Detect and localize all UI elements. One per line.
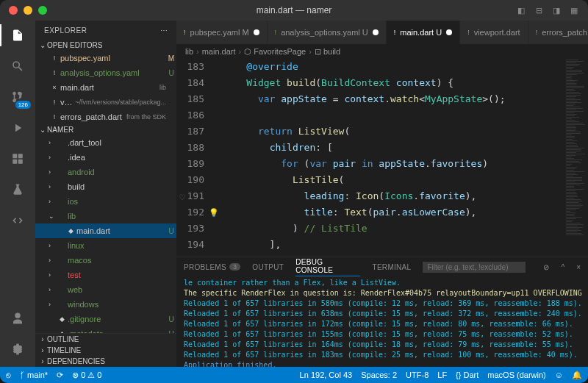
open-editor-item[interactable]: !analysis_options.yamlU [35,65,176,80]
notifications-icon[interactable]: 🔔 [572,371,582,380]
filter-input[interactable] [423,262,526,273]
code-editor[interactable]: 183184185186187188189190♡191192💡19319419… [176,59,588,257]
problems-status[interactable]: ⊗ 0 ⚠ 0 [72,371,101,380]
close-window-button[interactable] [9,6,18,15]
code-line[interactable] [215,107,564,124]
editor-tab[interactable]: !analysis_options.yaml U [268,21,387,44]
code-line[interactable]: ListTile( [215,172,564,188]
extensions-icon[interactable] [9,150,26,168]
lightbulb-icon[interactable]: 💡 [209,205,219,221]
file-icon: ! [536,29,538,36]
sidebar: EXPLORER ⋯ ⌄OPEN EDITORS !pubspec.yamlM!… [35,21,176,367]
git-branch[interactable]: ᚶ main* [20,371,48,379]
sidebar-more-icon[interactable]: ⋯ [160,26,168,35]
code-line[interactable]: children: [ [215,140,564,156]
code-line[interactable]: return ListView( [215,124,564,140]
toggle-panel-bottom-icon[interactable]: ⊟ [534,5,544,15]
file-icon: ! [49,99,60,106]
explorer-icon[interactable] [9,26,26,44]
open-editor-item[interactable]: !viewport.dart~/fvm/versions/stable/pack… [35,95,176,110]
tab-label: pubspec.yaml M [190,28,249,37]
dependencies-section[interactable]: ›DEPENDENCIES [35,356,176,367]
folder-item[interactable]: ›ios [35,194,176,209]
code-line[interactable]: Widget build(BuildContext context) { [215,75,564,91]
panel-filter [423,262,526,273]
language-mode[interactable]: {} Dart [456,371,478,380]
breadcrumb[interactable]: lib›main.dart›⬡ FavoritesPage›⊡ build [176,44,588,59]
editor-tab[interactable]: !main.dart U [387,21,460,44]
code-line[interactable]: ); // ListView [215,253,564,257]
code-line[interactable]: ) // ListTile [215,221,564,237]
panel-maximize-icon[interactable]: ^ [561,263,564,271]
folder-item[interactable]: ›linux [35,238,176,253]
code-line[interactable]: @override [215,59,564,75]
search-icon[interactable] [9,57,26,75]
folder-item[interactable]: ›macos [35,253,176,268]
output-tab[interactable]: OUTPUT [252,263,284,271]
code-line[interactable]: for (var pair in appState.favorites) [215,156,564,172]
folder-item[interactable]: ›.idea [35,150,176,165]
clear-console-icon[interactable]: ⊘ [543,263,549,271]
run-debug-icon[interactable] [9,119,26,137]
editor-tab[interactable]: !errors_patch.dart [528,21,588,44]
open-editor-item[interactable]: !errors_patch.dartfrom the SDK [35,110,176,124]
indentation[interactable]: Spaces: 2 [361,371,397,380]
folder-item[interactable]: ›build [35,179,176,194]
minimap[interactable] [564,59,588,257]
file-icon: ! [49,113,60,121]
feedback-icon[interactable]: ☺ [555,371,563,380]
code-content[interactable]: @override Widget build(BuildContext cont… [215,59,564,257]
editor-tab[interactable]: !pubspec.yaml M [176,21,268,44]
file-label: linux [68,241,166,250]
toggle-panel-left-icon[interactable]: ◧ [516,5,526,15]
remote-indicator[interactable]: ⎋ [6,371,11,379]
code-line[interactable]: leading: Icon(Icons.favorite), [215,188,564,204]
folder-item[interactable]: ›.dart_tool [35,135,176,150]
sidebar-title: EXPLORER [44,26,87,35]
open-editors-section[interactable]: ⌄OPEN EDITORS [35,40,176,51]
debug-console-output[interactable]: le container rather than a Flex, like a … [176,276,588,367]
panel-close-icon[interactable]: × [576,263,581,271]
customize-layout-icon[interactable]: ▦ [569,5,579,15]
accounts-icon[interactable] [9,309,26,327]
code-line[interactable]: ], [215,237,564,253]
eol[interactable]: LF [437,371,447,380]
file-item[interactable]: ◆.metadataU [35,326,176,333]
project-section[interactable]: ⌄NAMER [35,124,176,135]
timeline-section[interactable]: ›TIMELINE [35,345,176,356]
testing-icon[interactable] [9,181,26,198]
settings-icon[interactable] [9,340,26,358]
folder-item[interactable]: ›test [35,268,176,282]
file-icon: ! [467,29,470,36]
file-item[interactable]: ◆.gitignoreU [35,312,176,326]
toggle-panel-right-icon[interactable]: ◨ [551,5,562,15]
console-line: Reloaded 1 of 657 libraries in 155ms (co… [184,329,581,340]
code-line[interactable]: var appState = context.watch<MyAppState>… [215,91,564,107]
outline-section[interactable]: ›OUTLINE [35,334,176,345]
open-editor-item[interactable]: !pubspec.yamlM [35,51,176,65]
breadcrumb-item[interactable]: lib [185,47,193,56]
editor-tab[interactable]: !viewport.dart [460,21,528,44]
breadcrumb-item[interactable]: main.dart [202,47,236,56]
code-line[interactable]: title: Text(pair.asLowerCase), [215,204,564,221]
problems-tab[interactable]: PROBLEMS3 [184,263,240,271]
debug-console-tab[interactable]: DEBUG CONSOLE [295,258,360,276]
open-editor-item[interactable]: ×main.dartlib [35,80,176,95]
maximize-window-button[interactable] [38,6,47,15]
breadcrumb-item[interactable]: ⊡ build [315,47,340,57]
folder-item[interactable]: ⌄lib [35,209,176,223]
terminal-tab[interactable]: TERMINAL [372,263,411,271]
remote-icon[interactable] [9,212,26,229]
folder-item[interactable]: ›windows [35,297,176,312]
cursor-position[interactable]: Ln 192, Col 43 [300,371,353,380]
file-item[interactable]: ◆main.dartU [35,223,176,238]
status-indicator: U [166,227,176,235]
folder-item[interactable]: ›android [35,165,176,179]
encoding[interactable]: UTF-8 [406,371,429,380]
breadcrumb-item[interactable]: ⬡ FavoritesPage [244,47,306,57]
git-sync[interactable]: ⟳ [57,371,63,380]
minimize-window-button[interactable] [24,6,32,15]
flutter-target[interactable]: macOS (darwin) [487,371,545,380]
source-control-icon[interactable]: 126 [9,88,26,106]
folder-item[interactable]: ›web [35,282,176,297]
